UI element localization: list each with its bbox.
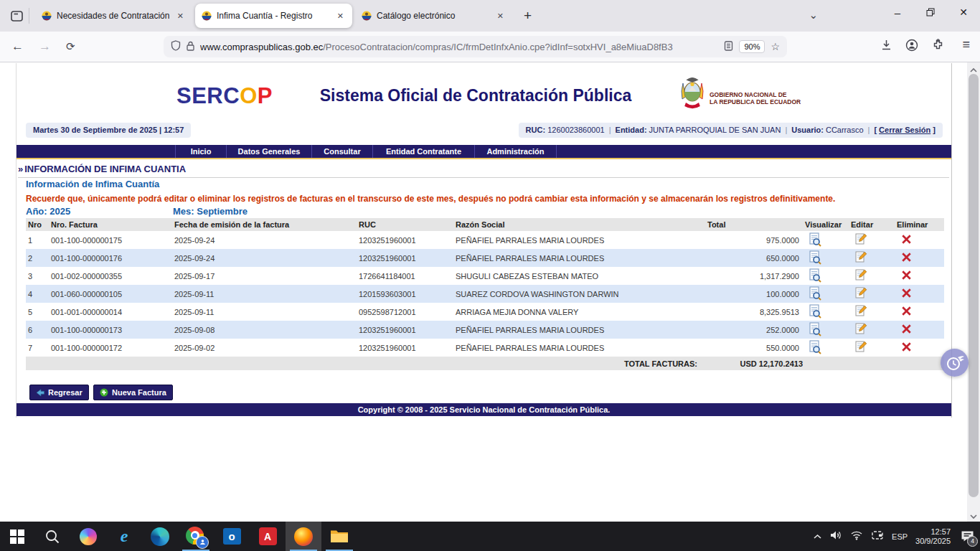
cell-factura: 001-100-000000176	[49, 249, 172, 267]
taskbar-search-icon[interactable]	[34, 522, 70, 551]
account-icon[interactable]	[905, 39, 918, 55]
taskbar-clock[interactable]: 12:57 30/9/2025	[915, 527, 951, 546]
new-tab-button[interactable]: +	[519, 8, 536, 24]
visualizar-icon[interactable]	[809, 286, 821, 302]
regresar-button[interactable]: Regresar	[29, 385, 89, 400]
bookmark-star-icon[interactable]: ☆	[771, 41, 780, 52]
taskbar-copilot-icon[interactable]	[70, 522, 106, 551]
taskbar-outlook-icon[interactable]: o	[214, 522, 250, 551]
cell-ruc: 1203251960001	[357, 249, 453, 267]
logout-link[interactable]: Cerrar Sesión	[879, 126, 930, 134]
eliminar-icon[interactable]	[901, 306, 912, 318]
back-button[interactable]: ←	[11, 38, 24, 55]
volume-icon[interactable]	[830, 530, 842, 543]
editar-icon[interactable]	[855, 251, 867, 265]
taskbar-chrome-icon[interactable]	[178, 522, 214, 551]
eliminar-icon[interactable]	[901, 288, 912, 300]
eliminar-icon[interactable]	[901, 252, 912, 264]
zoom-level-badge[interactable]: 90%	[739, 40, 765, 53]
editar-icon[interactable]	[855, 341, 867, 354]
page-title: Sistema Oficial de Contratación Pública	[275, 86, 677, 105]
tab-close-icon[interactable]: ✕	[335, 11, 346, 22]
back-arrow-icon	[36, 389, 44, 397]
reload-button[interactable]: ⟳	[66, 38, 75, 55]
col-header-ruc: RUC	[357, 218, 453, 231]
nav-item-consultar[interactable]: Consultar	[312, 145, 373, 158]
extensions-puzzle-icon[interactable]	[932, 39, 944, 54]
taskbar-internet-explorer-icon[interactable]: e	[106, 522, 142, 551]
nav-item-entidad-contratante[interactable]: Entidad Contratante	[373, 145, 475, 158]
nav-item-administracion[interactable]: Administración	[475, 145, 557, 158]
window-close-button[interactable]: ✕	[947, 0, 980, 24]
downloads-icon[interactable]	[880, 39, 892, 54]
window-restore-button[interactable]	[914, 0, 947, 24]
cell-total: 8,325.9513	[702, 303, 803, 321]
forward-button[interactable]: →	[39, 38, 51, 55]
lock-icon[interactable]	[187, 41, 194, 53]
visualizar-icon[interactable]	[809, 268, 821, 284]
reader-mode-icon[interactable]	[724, 41, 733, 53]
cell-factura: 001-060-000000105	[49, 285, 172, 303]
nav-item-datos-generales[interactable]: Datos Generales	[227, 145, 312, 158]
tab-close-icon[interactable]: ✕	[495, 11, 506, 22]
list-tabs-chevron-icon[interactable]: ⌄	[809, 9, 818, 22]
tray-chevron-up-icon[interactable]	[813, 530, 822, 543]
divider	[29, 8, 29, 24]
wifi-icon[interactable]	[850, 530, 863, 543]
scrollbar-thumb[interactable]	[969, 74, 979, 497]
visualizar-icon[interactable]	[809, 250, 821, 266]
nueva-factura-button[interactable]: Nueva Factura	[93, 385, 173, 400]
tab-close-icon[interactable]: ✕	[175, 11, 186, 22]
usuario-label: Usuario:	[791, 126, 824, 134]
action-center-icon[interactable]: 4	[958, 528, 976, 545]
cell-nro: 3	[26, 267, 49, 285]
visualizar-icon[interactable]	[809, 304, 821, 320]
cell-nro: 2	[26, 249, 49, 267]
editar-icon[interactable]	[855, 287, 867, 301]
editar-icon[interactable]	[855, 323, 867, 336]
connect-display-icon[interactable]	[871, 530, 884, 543]
visualizar-icon[interactable]	[809, 232, 821, 248]
editar-icon[interactable]	[855, 269, 867, 283]
extension-float-button[interactable]	[941, 349, 969, 377]
taskbar-firefox-icon[interactable]	[286, 522, 321, 551]
tab-title: Infima Cuantía - Registro	[217, 11, 330, 21]
start-button[interactable]	[0, 522, 34, 551]
visualizar-icon[interactable]	[809, 322, 821, 338]
scroll-down-arrow-icon[interactable]	[969, 511, 978, 519]
page-scrollbar[interactable]	[967, 62, 980, 522]
hamburger-menu-icon[interactable]: ≡	[962, 37, 970, 52]
eliminar-icon[interactable]	[901, 234, 912, 246]
shield-icon[interactable]	[171, 40, 181, 53]
session-bar: RUC: 1260023860001|Entidad: JUNTA PARROQ…	[519, 123, 943, 138]
editar-icon[interactable]	[855, 233, 867, 247]
window-minimize-button[interactable]: –	[881, 0, 914, 24]
eliminar-icon[interactable]	[901, 342, 912, 354]
firefox-view-icon[interactable]	[6, 5, 27, 27]
cell-razon: ARRIAGA MEJIA DONNA VALERY	[453, 303, 702, 321]
entidad-value: JUNTA PARROQUIAL DE SAN JUAN	[649, 126, 781, 134]
language-indicator[interactable]: ESP	[892, 532, 908, 541]
eliminar-icon[interactable]	[901, 324, 912, 336]
tab-necesidades[interactable]: Necesidades de Contratación y ✕	[35, 4, 192, 28]
taskbar-edge-icon[interactable]	[142, 522, 178, 551]
section-title: Información de Infima Cuantía	[26, 179, 159, 189]
warning-text: Recuerde que, únicamente podrá editar o …	[26, 194, 835, 204]
cell-ruc: 0952598712001	[357, 303, 453, 321]
cell-ruc: 1203251960001	[357, 339, 453, 357]
total-facturas-label: TOTAL FACTURAS:	[453, 357, 702, 370]
url-bar[interactable]: www.compraspublicas.gob.ec/ProcesoContra…	[164, 36, 787, 57]
cell-razon: PEÑAFIEL PARRALES MARIA LOURDES	[453, 339, 702, 357]
taskbar-acrobat-icon[interactable]: A	[250, 522, 286, 551]
invoices-table: Nro Nro. Factura Fecha de emisión de la …	[26, 218, 944, 370]
eliminar-icon[interactable]	[901, 270, 912, 282]
visualizar-icon[interactable]	[809, 340, 821, 356]
scroll-up-arrow-icon[interactable]	[969, 65, 978, 73]
taskbar-file-explorer-icon[interactable]	[321, 522, 357, 551]
tab-catalogo[interactable]: Catálogo electrónico ✕	[355, 4, 512, 28]
nav-item-inicio[interactable]: Inicio	[176, 145, 227, 158]
tab-infima-cuantia[interactable]: Infima Cuantía - Registro ✕	[195, 4, 352, 28]
editar-icon[interactable]	[855, 305, 867, 319]
ecuador-favicon-icon	[202, 11, 212, 21]
cell-ruc: 1726641184001	[357, 267, 453, 285]
